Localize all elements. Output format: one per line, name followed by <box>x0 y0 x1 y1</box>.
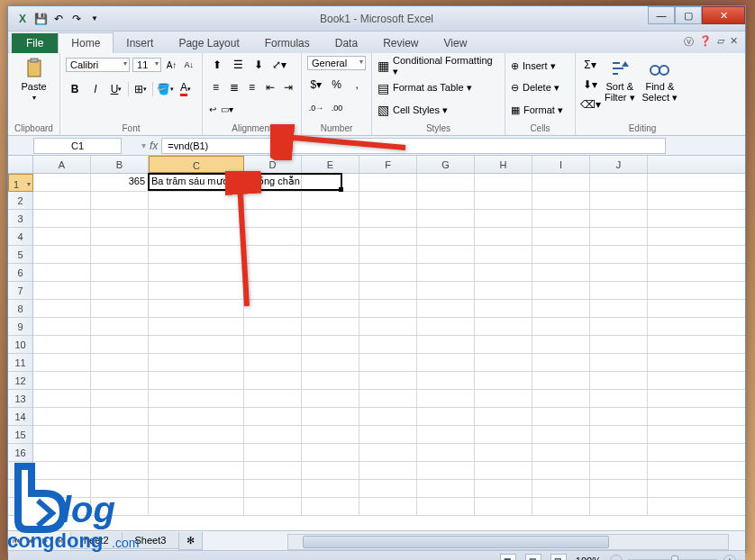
italic-button[interactable]: I <box>86 80 105 98</box>
find-select-button[interactable]: Find & Select ▾ <box>641 56 680 115</box>
svg-line-4 <box>283 137 405 148</box>
row-6[interactable]: 6 <box>8 264 33 282</box>
undo-icon[interactable]: ↶ <box>51 12 66 26</box>
fx-icon[interactable]: fx <box>150 140 158 152</box>
minimize-ribbon-icon[interactable]: ⓥ <box>684 35 694 49</box>
qat-customize-icon[interactable]: ▼ <box>87 12 102 26</box>
tab-view[interactable]: View <box>432 33 480 53</box>
sort-filter-button[interactable]: Sort & Filter ▾ <box>603 56 637 115</box>
normal-view-button[interactable]: ▦ <box>500 554 516 561</box>
horizontal-scrollbar[interactable] <box>287 534 729 550</box>
align-right-icon[interactable]: ≡ <box>244 78 259 96</box>
page-layout-view-button[interactable]: ▤ <box>525 554 541 561</box>
wrap-text-button[interactable]: ↩ <box>208 100 217 118</box>
tab-file[interactable]: File <box>12 33 58 53</box>
font-label: Font <box>66 122 196 134</box>
row-9[interactable]: 9 <box>8 318 33 336</box>
row-15[interactable]: 15 <box>8 426 33 444</box>
col-b[interactable]: B <box>91 156 149 173</box>
close-button[interactable]: ✕ <box>702 6 745 24</box>
merge-button[interactable]: ▭▾ <box>220 100 234 118</box>
increase-indent-icon[interactable]: ⇥ <box>280 78 296 96</box>
clipboard-icon <box>23 58 45 79</box>
row-12[interactable]: 12 <box>8 372 33 390</box>
autosum-button[interactable]: Σ▾ <box>581 56 599 74</box>
row-8[interactable]: 8 <box>8 300 33 318</box>
zoom-out-button[interactable]: − <box>610 555 623 561</box>
col-a[interactable]: A <box>33 156 91 173</box>
new-sheet-tab[interactable]: ✻ <box>178 532 203 550</box>
clear-button[interactable]: ⌫▾ <box>581 95 599 113</box>
group-font: Calibri 11 A↑ A↓ B I U▾ ⊞▾ 🪣▾ A▾ Font <box>60 53 203 135</box>
cell-styles-button[interactable]: Cell Styles ▾ <box>392 101 449 119</box>
excel-icon[interactable]: X <box>15 12 30 26</box>
decrease-decimal-icon[interactable]: .00 <box>328 99 346 117</box>
number-format-select[interactable]: General <box>307 56 366 70</box>
sort-icon <box>609 58 631 79</box>
increase-font-icon[interactable]: A↑ <box>164 56 178 74</box>
col-i[interactable]: I <box>532 156 590 173</box>
help-icon[interactable]: ❓ <box>699 35 712 49</box>
percent-button[interactable]: % <box>328 76 346 94</box>
col-j[interactable]: J <box>590 156 648 173</box>
row-11[interactable]: 11 <box>8 354 33 372</box>
align-left-icon[interactable]: ≡ <box>208 78 223 96</box>
increase-decimal-icon[interactable]: .0→ <box>307 99 325 117</box>
fill-button[interactable]: ⬇▾ <box>581 76 599 94</box>
select-all-corner[interactable] <box>8 156 33 173</box>
border-button[interactable]: ⊞▾ <box>132 80 150 98</box>
font-name-select[interactable]: Calibri <box>66 58 130 72</box>
tab-data[interactable]: Data <box>323 33 370 53</box>
svg-rect-1 <box>31 59 38 62</box>
row-4[interactable]: 4 <box>8 228 33 246</box>
svg-line-5 <box>240 184 247 306</box>
minimize-button[interactable]: — <box>648 6 675 24</box>
tab-review[interactable]: Review <box>370 33 431 53</box>
maximize-button[interactable]: ▢ <box>675 6 702 24</box>
underline-button[interactable]: U▾ <box>107 80 125 98</box>
font-color-button[interactable]: A▾ <box>177 80 195 98</box>
row-13[interactable]: 13 <box>8 390 33 408</box>
insert-button[interactable]: Insert ▾ <box>522 57 557 75</box>
currency-button[interactable]: $▾ <box>307 76 325 94</box>
tab-formulas[interactable]: Formulas <box>252 33 323 53</box>
bold-button[interactable]: B <box>66 80 84 98</box>
page-break-view-button[interactable]: ▧ <box>550 554 567 561</box>
save-icon[interactable]: 💾 <box>33 12 48 26</box>
restore-window-icon[interactable]: ▱ <box>717 35 724 49</box>
row-14[interactable]: 14 <box>8 408 33 426</box>
tab-home[interactable]: Home <box>58 32 114 53</box>
row-10[interactable]: 10 <box>8 336 33 354</box>
fill-color-button[interactable]: 🪣▾ <box>156 80 174 98</box>
row-3[interactable]: 3 <box>8 210 33 228</box>
paste-button[interactable]: Paste ▾ <box>14 56 54 104</box>
row-2[interactable]: 2 <box>8 192 33 210</box>
decrease-indent-icon[interactable]: ⇤ <box>262 78 277 96</box>
cell-b1[interactable]: 365 <box>91 174 149 191</box>
orientation-icon[interactable]: ⤢▾ <box>270 56 288 74</box>
align-middle-icon[interactable]: ☰ <box>229 56 247 74</box>
tab-page-layout[interactable]: Page Layout <box>166 33 251 53</box>
row-7[interactable]: 7 <box>8 282 33 300</box>
tab-insert[interactable]: Insert <box>114 33 166 53</box>
decrease-font-icon[interactable]: A↓ <box>182 56 196 74</box>
delete-button[interactable]: Delete ▾ <box>522 79 560 97</box>
col-g[interactable]: G <box>417 156 475 173</box>
align-top-icon[interactable]: ⬆ <box>208 56 226 74</box>
format-table-button[interactable]: Format as Table ▾ <box>392 79 473 97</box>
format-button[interactable]: Format ▾ <box>523 101 564 119</box>
align-bottom-icon[interactable]: ⬇ <box>250 56 268 74</box>
zoom-in-button[interactable]: + <box>723 555 736 561</box>
redo-icon[interactable]: ↷ <box>69 12 84 26</box>
align-center-icon[interactable]: ≣ <box>226 78 241 96</box>
font-size-select[interactable]: 11 <box>132 58 161 72</box>
row-1[interactable]: 1 <box>8 174 33 192</box>
row-5[interactable]: 5 <box>8 246 33 264</box>
watermark-logo: log congdong .com <box>0 457 153 560</box>
name-box[interactable] <box>33 138 122 154</box>
close-workbook-icon[interactable]: ✕ <box>730 35 738 49</box>
comma-button[interactable]: , <box>348 76 366 94</box>
conditional-formatting-button[interactable]: Conditional Formatting ▾ <box>392 57 499 75</box>
cancel-formula-icon[interactable]: ▾ <box>141 140 146 150</box>
col-h[interactable]: H <box>475 156 532 173</box>
